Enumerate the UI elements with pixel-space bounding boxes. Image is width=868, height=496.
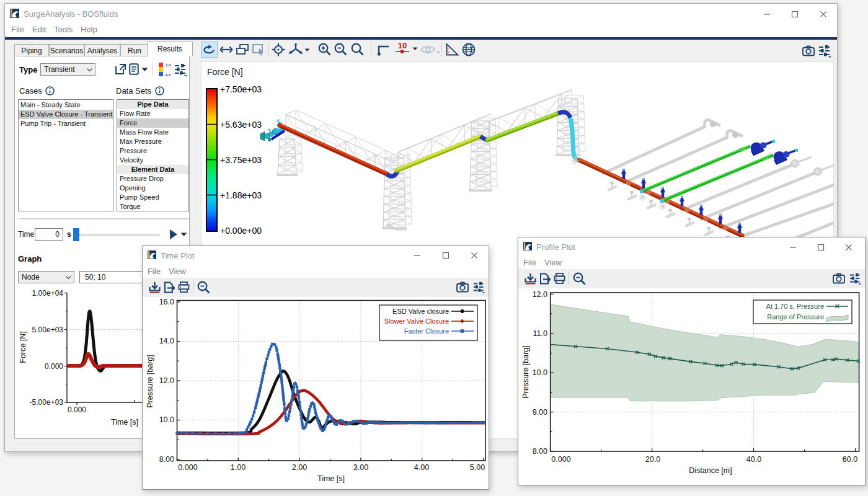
svg-text:1.0: 1.0 <box>166 63 171 67</box>
svg-text:Faster Closure: Faster Closure <box>404 327 449 335</box>
svg-text:Pressure [barg]: Pressure [barg] <box>521 345 530 398</box>
svg-text:Force [N]: Force [N] <box>19 331 27 363</box>
svg-text:5.00e+03: 5.00e+03 <box>32 326 64 334</box>
svg-text:ESD Valve closure: ESD Valve closure <box>392 308 449 315</box>
svg-text:0.0: 0.0 <box>166 73 171 77</box>
svg-text:At 1.70 s, Pressure: At 1.70 s, Pressure <box>766 303 824 310</box>
svg-text:Time [s]: Time [s] <box>111 418 138 427</box>
svg-text:0.000: 0.000 <box>68 405 86 414</box>
svg-text:Slower Valve Closure: Slower Valve Closure <box>384 317 449 325</box>
svg-text:Pressure [barg]: Pressure [barg] <box>146 355 154 407</box>
svg-text:-5.00e+03: -5.00e+03 <box>30 398 64 407</box>
svg-text:0.000: 0.000 <box>45 362 63 371</box>
svg-text:1.00e+04: 1.00e+04 <box>32 289 64 298</box>
svg-text:Range of Pressure: Range of Pressure <box>767 313 824 321</box>
